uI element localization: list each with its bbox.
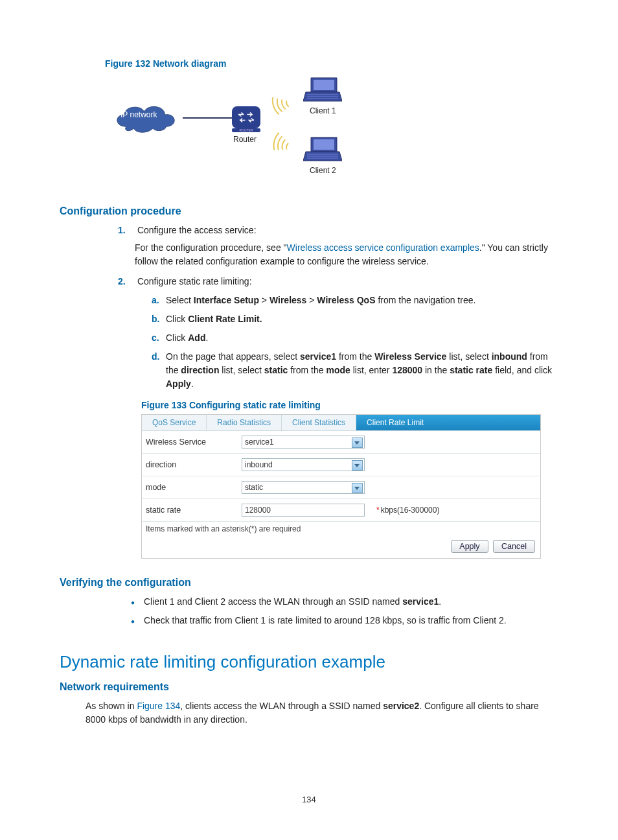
- text: >: [306, 295, 317, 305]
- cancel-button[interactable]: Cancel: [493, 540, 535, 553]
- tab-qos-service[interactable]: QoS Service: [142, 415, 207, 430]
- step-2: 2. Configure static rate limiting: a. Se…: [118, 275, 558, 391]
- bold: direction: [181, 365, 219, 375]
- bullet-icon: ●: [131, 616, 144, 627]
- field-label: mode: [146, 483, 242, 492]
- bullet-item: ● Check that traffic from Client 1 is ra…: [131, 614, 558, 627]
- field-label: static rate: [146, 506, 242, 515]
- direction-select[interactable]: inbound: [242, 458, 365, 471]
- figure-132-caption: Figure 132 Network diagram: [105, 58, 558, 69]
- mode-select[interactable]: static: [242, 481, 365, 494]
- text: kbps(16-300000): [381, 506, 440, 515]
- tab-radio-statistics[interactable]: Radio Statistics: [207, 415, 282, 430]
- text: Select: [166, 295, 194, 305]
- step-text: Configure the access service:: [137, 225, 257, 235]
- text: list, enter: [350, 365, 393, 375]
- substep-c: c. Click Add.: [152, 331, 558, 345]
- substep-b: b. Click Client Rate Limit.: [152, 312, 558, 326]
- router-label: Router: [233, 135, 257, 144]
- wireless-service-select[interactable]: service1: [242, 436, 365, 449]
- text: On the page that appears, select: [166, 351, 300, 362]
- text: .: [439, 596, 441, 607]
- bullet-icon: ●: [131, 598, 144, 609]
- static-rate-input[interactable]: 128000: [242, 504, 365, 517]
- page-number: 134: [0, 795, 618, 804]
- text: list, select: [446, 351, 491, 362]
- required-note: Items marked with an asterisk(*) are req…: [142, 522, 540, 536]
- bold: Client Rate Limit.: [188, 314, 262, 324]
- substep-label: c.: [152, 331, 166, 345]
- tab-client-rate-limit[interactable]: Client Rate Limit: [356, 415, 540, 430]
- laptop-icon: [303, 136, 342, 163]
- cloud-label: IP network: [120, 110, 157, 119]
- field-label: Wireless Service: [146, 438, 242, 447]
- step-1: 1. Configure the access service: For the…: [118, 224, 558, 268]
- bold: Wireless QoS: [317, 295, 375, 305]
- bold: Interface Setup: [194, 295, 259, 305]
- step-1-sub: For the configuration procedure, see "Wi…: [135, 241, 558, 268]
- step-number: 2.: [118, 275, 135, 288]
- text: Client 1 and Client 2 access the WLAN th…: [144, 596, 402, 607]
- text: field, and click: [492, 365, 552, 375]
- bold: static rate: [450, 365, 492, 375]
- text: >: [259, 295, 269, 305]
- tabs: QoS Service Radio Statistics Client Stat…: [142, 415, 540, 431]
- config-panel: QoS Service Radio Statistics Client Stat…: [141, 414, 541, 559]
- wifi-icon: [269, 88, 303, 120]
- row-mode: mode static: [142, 476, 540, 499]
- substep-a: a. Select Interface Setup > Wireless > W…: [152, 294, 558, 307]
- apply-button[interactable]: Apply: [451, 540, 488, 553]
- client2-label: Client 2: [310, 166, 336, 175]
- text: .: [205, 332, 208, 343]
- bold: Add: [188, 332, 205, 343]
- substep-label: a.: [152, 294, 166, 307]
- heading-config-procedure: Configuration procedure: [60, 205, 558, 217]
- bold: service2: [383, 701, 419, 711]
- wifi-icon: [269, 130, 302, 161]
- heading-dynamic-example: Dynamic rate limiting configuration exam…: [60, 652, 558, 672]
- bold: mode: [326, 365, 350, 375]
- bold: Wireless: [269, 295, 306, 305]
- link-figure-134[interactable]: Figure 134: [137, 701, 180, 711]
- text: from the: [336, 351, 374, 362]
- router-strip: ROUTER: [232, 128, 260, 132]
- substep-label: d.: [152, 350, 166, 391]
- bold: service1: [300, 351, 336, 362]
- text: Click: [166, 314, 188, 324]
- bold: Wireless Service: [374, 351, 446, 362]
- bold: inbound: [492, 351, 527, 362]
- text: from the navigation tree.: [376, 295, 476, 305]
- bold: Apply: [166, 379, 191, 389]
- laptop-icon: [303, 76, 342, 104]
- substep-label: b.: [152, 312, 166, 326]
- heading-network-requirements: Network requirements: [60, 681, 558, 693]
- rate-unit-hint: *kbps(16-300000): [376, 506, 439, 515]
- text: .: [191, 379, 194, 389]
- step-text: Configure static rate limiting:: [137, 276, 252, 286]
- row-static-rate: static rate 128000 *kbps(16-300000): [142, 499, 540, 522]
- substep-d: d. On the page that appears, select serv…: [152, 350, 558, 391]
- client1-label: Client 1: [310, 106, 336, 115]
- bold: static: [264, 365, 288, 375]
- step-number: 1.: [118, 224, 135, 237]
- text: in the: [422, 365, 450, 375]
- router-icon: [232, 106, 260, 128]
- text: Click: [166, 332, 188, 343]
- text: As shown in: [86, 701, 137, 711]
- tab-client-statistics[interactable]: Client Statistics: [282, 415, 356, 430]
- link-wireless-examples[interactable]: Wireless access service configuration ex…: [287, 242, 479, 253]
- heading-verifying: Verifying the configuration: [60, 577, 558, 589]
- svg-rect-7: [314, 139, 334, 150]
- figure-133-caption: Figure 133 Configuring static rate limit…: [141, 400, 558, 410]
- field-label: direction: [146, 460, 242, 469]
- row-direction: direction inbound: [142, 454, 540, 476]
- link-line: [183, 117, 232, 119]
- text: from the: [288, 365, 326, 375]
- network-requirements-paragraph: As shown in Figure 134, clients access t…: [86, 699, 558, 727]
- text: , clients access the WLAN through a SSID…: [180, 701, 383, 711]
- bold: 128000: [392, 365, 422, 375]
- svg-rect-1: [314, 80, 334, 90]
- bold: service1: [402, 596, 439, 607]
- text: For the configuration procedure, see ": [135, 242, 287, 253]
- text: list, select: [219, 365, 264, 375]
